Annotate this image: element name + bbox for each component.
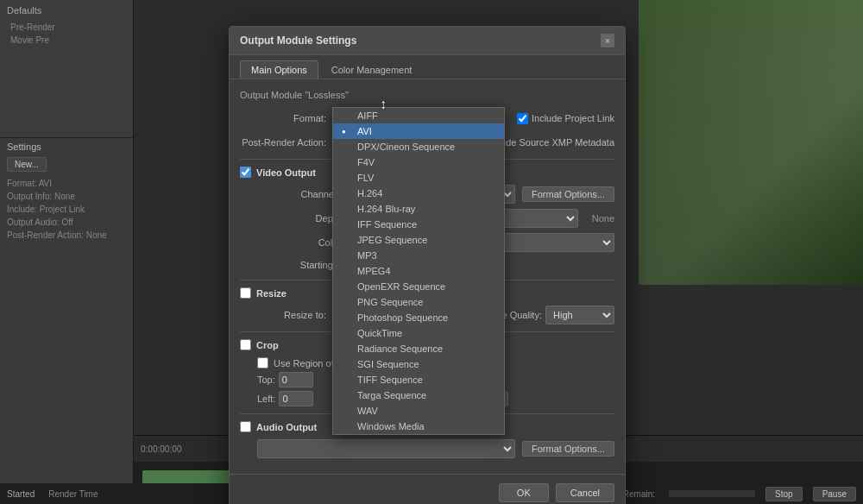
dropdown-item-avi[interactable]: AVI: [333, 123, 504, 139]
audio-output-controls: Format Options...: [240, 439, 614, 458]
resize-to-label: Resize to:: [257, 310, 326, 320]
dropdown-item-openexr-sequence[interactable]: OpenEXR Sequence: [333, 279, 504, 294]
defaults-label: Defaults: [3, 3, 129, 17]
audio-format-options-button[interactable]: Format Options...: [522, 441, 614, 457]
movie-pre-label: Movie Pre: [10, 34, 123, 47]
resize-title: Resize: [256, 288, 287, 299]
preview-image: [639, 0, 863, 285]
audio-format-row: Format Options...: [257, 439, 614, 458]
render-time-label: Render Time: [48, 489, 98, 499]
left-label: Left:: [257, 394, 275, 404]
video-output-checkbox[interactable]: [240, 167, 251, 178]
crop-checkbox[interactable]: [240, 339, 251, 350]
post-render-info: Post-Render Action: None: [7, 229, 126, 242]
format-info: Format: AVI: [7, 177, 126, 190]
dropdown-item-tiff-sequence[interactable]: TIFF Sequence: [333, 372, 504, 387]
post-render-label: Post-Render Action:: [240, 137, 326, 148]
use-region-checkbox[interactable]: [257, 357, 268, 369]
dropdown-item-png-sequence[interactable]: PNG Sequence: [333, 294, 504, 310]
tab-main-options[interactable]: Main Options: [240, 60, 318, 79]
pause-button[interactable]: Pause: [813, 487, 856, 501]
video-output-title: Video Output: [256, 167, 316, 178]
dialog-titlebar: Output Module Settings ×: [230, 27, 625, 55]
stop-button[interactable]: Stop: [765, 487, 803, 501]
resize-checkbox[interactable]: [240, 287, 251, 299]
dialog-close-button[interactable]: ×: [601, 34, 614, 47]
settings-title: Settings: [7, 142, 126, 152]
dropdown-item-h-264-blu-ray[interactable]: H.264 Blu-ray: [333, 201, 504, 217]
dropdown-item-mp3[interactable]: MP3: [333, 248, 504, 263]
dialog-subtitle: Output Module "Lossless": [240, 90, 614, 100]
none-label: None: [592, 213, 614, 224]
dropdown-item-radiance-sequence[interactable]: Radiance Sequence: [333, 341, 504, 356]
depth-label: Depth:: [257, 213, 343, 224]
dropdown-item-jpeg-sequence[interactable]: JPEG Sequence: [333, 232, 504, 248]
include-project-link-label: Include Project Link: [517, 113, 614, 124]
audio-output-title: Audio Output: [256, 422, 317, 432]
dialog-tabs: Main Options Color Management: [230, 55, 625, 79]
ok-button[interactable]: OK: [499, 483, 549, 502]
tab-color-management[interactable]: Color Management: [320, 60, 424, 79]
new-button[interactable]: New...: [7, 157, 47, 172]
resize-quality-select[interactable]: High: [545, 306, 614, 324]
output-info: Output Info: None: [7, 190, 126, 203]
dropdown-item-flv[interactable]: FLV: [333, 170, 504, 186]
audio-output-checkbox[interactable]: [240, 421, 251, 432]
dropdown-item-dpx-cineon-sequence[interactable]: DPX/Cineon Sequence: [333, 139, 504, 154]
starting-label: Starting #:: [257, 260, 343, 270]
left-input[interactable]: [279, 391, 313, 406]
dropdown-item-quicktime[interactable]: QuickTime: [333, 325, 504, 341]
dropdown-item-aiff[interactable]: AIFF: [333, 108, 504, 123]
format-dropdown: AIFFAVIDPX/Cineon SequenceF4VFLVH.264H.2…: [332, 107, 505, 435]
format-options-button[interactable]: Format Options...: [522, 186, 614, 202]
cancel-button[interactable]: Cancel: [556, 483, 614, 502]
dialog-title: Output Module Settings: [240, 35, 356, 47]
top-input[interactable]: [279, 372, 313, 387]
remain-label: Remain:: [623, 489, 655, 499]
audio-format-select[interactable]: [257, 439, 515, 458]
dialog-footer: OK Cancel: [230, 474, 625, 504]
dropdown-item-targa-sequence[interactable]: Targa Sequence: [333, 387, 504, 403]
progress-bar: [669, 490, 755, 497]
pre-render-section: Pre-Render Movie Pre: [3, 17, 129, 50]
dropdown-item-iff-sequence[interactable]: IFF Sequence: [333, 217, 504, 232]
format-label: Format:: [240, 113, 326, 123]
color-label: Color:: [257, 237, 343, 248]
started-label: Started: [7, 489, 35, 499]
settings-section: Settings New... Format: AVI Output Info:…: [0, 138, 133, 245]
include-project-link-checkbox[interactable]: [517, 113, 528, 124]
dropdown-item-mpeg4[interactable]: MPEG4: [333, 263, 504, 279]
timecode: 0:00:00:00: [141, 444, 181, 454]
include-info: Include: Project Link: [7, 203, 126, 216]
dropdown-item-sgi-sequence[interactable]: SGI Sequence: [333, 356, 504, 372]
dropdown-item-h-264[interactable]: H.264: [333, 186, 504, 201]
dropdown-item-windows-media[interactable]: Windows Media: [333, 419, 504, 434]
channels-label: Channels:: [257, 189, 343, 199]
right-preview-panel: [639, 0, 863, 285]
pre-render-label: Pre-Render: [10, 21, 123, 34]
crop-title: Crop: [256, 340, 279, 350]
dropdown-item-f4v[interactable]: F4V: [333, 154, 504, 170]
dropdown-item-wav[interactable]: WAV: [333, 403, 504, 419]
audio-info: Output Audio: Off: [7, 216, 126, 229]
left-panel: Defaults Pre-Render Movie Pre Settings N…: [0, 0, 134, 504]
dropdown-item-photoshop-sequence[interactable]: Photoshop Sequence: [333, 310, 504, 325]
top-label: Top:: [257, 375, 275, 385]
left-panel-top: Defaults Pre-Render Movie Pre: [0, 0, 133, 138]
